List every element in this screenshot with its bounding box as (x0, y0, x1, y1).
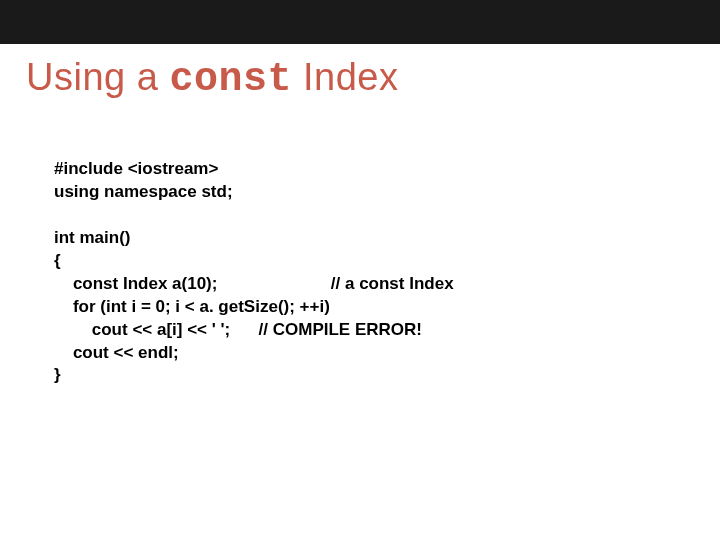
slide: Using a const Index #include <iostream> … (0, 0, 720, 540)
code-line-2: using namespace std; (54, 182, 233, 201)
code-line-9: cout << endl; (54, 343, 179, 362)
top-bar (0, 0, 720, 44)
code-line-6: const Index a(10); // a const Index (54, 274, 454, 293)
title-post: Index (292, 56, 399, 98)
code-line-1: #include <iostream> (54, 159, 218, 178)
code-line-5: { (54, 251, 61, 270)
title-pre: Using a (26, 56, 169, 98)
code-line-7: for (int i = 0; i < a. getSize(); ++i) (54, 297, 330, 316)
code-block: #include <iostream> using namespace std;… (54, 158, 454, 387)
slide-title: Using a const Index (26, 56, 398, 102)
code-line-8: cout << a[i] << ' '; // COMPILE ERROR! (54, 320, 422, 339)
code-line-4: int main() (54, 228, 131, 247)
title-keyword: const (169, 57, 292, 102)
code-line-10: } (54, 365, 61, 384)
